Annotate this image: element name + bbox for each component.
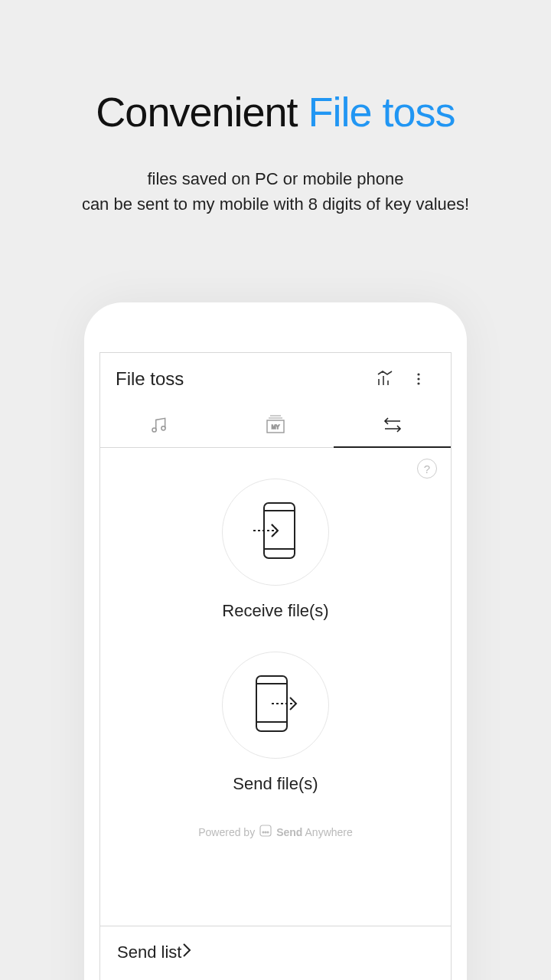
- tab-bar: MY: [100, 405, 451, 448]
- hero-subtitle-line2: can be sent to my mobile with 8 digits o…: [0, 191, 551, 217]
- device-frame: File toss: [84, 302, 467, 980]
- stats-icon[interactable]: [368, 362, 402, 396]
- send-files-circle: [222, 652, 329, 759]
- help-button[interactable]: ?: [417, 459, 437, 479]
- hero-subtitle-line1: files saved on PC or mobile phone: [0, 166, 551, 191]
- receive-files-circle: [222, 479, 329, 586]
- send-anywhere-icon: [259, 825, 272, 839]
- music-icon: [148, 415, 168, 438]
- svg-point-1: [417, 377, 419, 380]
- svg-rect-13: [260, 825, 271, 836]
- help-icon: ?: [424, 462, 430, 475]
- chevron-right-icon: [181, 942, 192, 963]
- actions: Receive file(s): [100, 456, 451, 839]
- hero-title-black: Convenient: [96, 89, 308, 135]
- hero-section: Convenient File toss files saved on PC o…: [0, 0, 551, 217]
- receive-files-label: Receive file(s): [100, 601, 451, 621]
- hero-subtitle: files saved on PC or mobile phone can be…: [0, 166, 551, 217]
- app-bar: File toss: [100, 353, 451, 405]
- app-title: File toss: [116, 368, 368, 390]
- send-list-row[interactable]: Send list: [100, 926, 451, 978]
- powered-brand: Send Anywhere: [276, 826, 353, 838]
- tab-my[interactable]: MY: [217, 405, 334, 447]
- hero-title-blue: File toss: [308, 89, 455, 135]
- tab-transfer[interactable]: [334, 405, 451, 447]
- svg-point-15: [265, 831, 266, 833]
- phone-in-icon: [249, 498, 302, 566]
- svg-point-14: [262, 831, 264, 833]
- svg-point-2: [417, 382, 419, 384]
- app-screen: File toss: [99, 352, 452, 980]
- my-icon: MY: [264, 415, 287, 438]
- powered-prefix: Powered by: [198, 826, 255, 838]
- send-files-action[interactable]: Send file(s): [100, 652, 451, 794]
- phone-out-icon: [249, 671, 302, 739]
- hero-title: Convenient File toss: [0, 88, 551, 136]
- receive-files-action[interactable]: Receive file(s): [100, 479, 451, 621]
- content-area: ?: [100, 448, 451, 839]
- svg-text:MY: MY: [272, 424, 280, 430]
- powered-by: Powered by Send Anywhere: [100, 825, 451, 839]
- send-list-label: Send list: [117, 942, 181, 962]
- svg-point-4: [161, 426, 165, 430]
- svg-point-0: [417, 373, 419, 375]
- svg-point-16: [267, 831, 269, 833]
- tab-music[interactable]: [100, 405, 217, 447]
- more-icon[interactable]: [402, 362, 435, 396]
- send-files-label: Send file(s): [100, 774, 451, 794]
- transfer-icon: [382, 417, 403, 436]
